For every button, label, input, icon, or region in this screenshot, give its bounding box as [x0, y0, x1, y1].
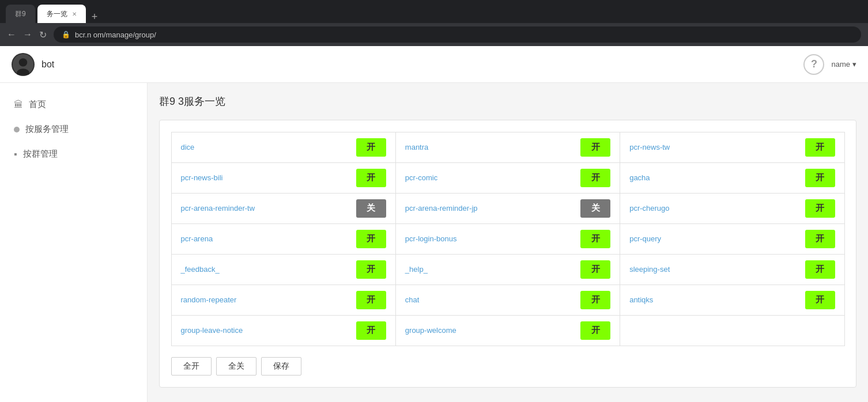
service-table: dice开mantra开pcr-news-tw开pcr-news-bili开pc… — [159, 120, 856, 388]
page-title: 群9 3服务一览 — [159, 94, 856, 108]
service-name: pcr-cherugo — [629, 204, 669, 213]
sidebar-item-home[interactable]: 🏛 首页 — [0, 92, 147, 117]
header-right: ? name ▾ — [803, 54, 856, 75]
service-name: pcr-arena-reminder-tw — [181, 204, 255, 213]
toggle-button-pcr-news-tw[interactable]: 开 — [805, 138, 835, 157]
service-cell: pcr-comic开 — [395, 162, 620, 194]
toggle-button-pcr-cherugo[interactable]: 开 — [805, 199, 835, 218]
toggle-button-group-leave-notice[interactable]: 开 — [356, 321, 386, 340]
toggle-button-mantra[interactable]: 开 — [580, 138, 610, 157]
toggle-button-pcr-query[interactable]: 开 — [805, 230, 835, 248]
avatar-image — [13, 54, 33, 75]
all-off-button[interactable]: 全关 — [216, 357, 256, 376]
lock-icon: 🔒 — [62, 31, 70, 39]
service-name: group-leave-notice — [181, 326, 243, 335]
toggle-button-pcr-comic[interactable]: 开 — [580, 169, 610, 187]
user-menu-button[interactable]: name ▾ — [831, 60, 856, 69]
new-tab-button[interactable]: + — [88, 11, 101, 23]
toggle-button-pcr-login-bonus[interactable]: 开 — [580, 230, 610, 248]
service-cell: _help_开 — [395, 254, 620, 285]
browser-chrome: 群9 务一览 ✕ + — [0, 0, 868, 23]
service-name: _feedback_ — [181, 265, 220, 274]
tab-inactive[interactable]: 群9 — [6, 5, 35, 23]
svg-point-1 — [19, 58, 27, 66]
address-bar[interactable]: 🔒 bcr.n om/manage/group/ — [54, 26, 861, 43]
service-cell: pcr-arena开 — [171, 223, 396, 255]
service-cell: pcr-cherugo开 — [620, 193, 844, 224]
toggle-button-pcr-arena-reminder-jp[interactable]: 关 — [580, 199, 610, 218]
sidebar-label-home: 首页 — [29, 99, 46, 110]
service-name: pcr-arena — [181, 234, 213, 243]
all-on-button[interactable]: 全开 — [171, 357, 212, 376]
tab-close-icon[interactable]: ✕ — [72, 11, 77, 17]
service-cell: mantra开 — [395, 132, 620, 163]
app-container: bot ? name ▾ 🏛 首页 按服务管理 ▪ 按群管理 — [0, 46, 868, 402]
service-cell: pcr-arena-reminder-tw关 — [171, 193, 396, 224]
service-name: pcr-news-bili — [181, 173, 223, 182]
service-name: pcr-arena-reminder-jp — [405, 204, 478, 213]
sidebar-label-group: 按群管理 — [23, 149, 58, 160]
service-cell: _feedback_开 — [171, 254, 396, 285]
service-name: chat — [405, 295, 420, 304]
service-name: group-welcome — [405, 326, 456, 335]
service-cell: chat开 — [395, 285, 620, 316]
toggle-button-pcr-arena-reminder-tw[interactable]: 关 — [356, 199, 386, 218]
sidebar-item-service[interactable]: 按服务管理 — [0, 117, 147, 142]
user-name-label: name — [831, 60, 850, 69]
service-cell: dice开 — [171, 132, 396, 163]
bot-name: bot — [41, 59, 54, 70]
toggle-button-dice[interactable]: 开 — [356, 138, 386, 157]
service-cell: antiqks开 — [620, 285, 844, 316]
toggle-button-chat[interactable]: 开 — [580, 291, 610, 309]
app-header: bot ? name ▾ — [0, 46, 868, 83]
toggle-button-antiqks[interactable]: 开 — [805, 291, 835, 309]
reload-button[interactable]: ↻ — [39, 29, 47, 40]
service-cell: group-leave-notice开 — [171, 315, 396, 346]
toggle-button-gacha[interactable]: 开 — [805, 169, 835, 187]
service-name: dice — [181, 143, 195, 151]
service-cell: pcr-arena-reminder-jp关 — [395, 193, 620, 224]
forward-button[interactable]: → — [23, 29, 32, 40]
browser-bar: ← → ↻ 🔒 bcr.n om/manage/group/ — [0, 23, 868, 46]
service-name: random-repeater — [181, 295, 237, 304]
tab-inactive-label: 群9 — [15, 9, 26, 19]
service-name: sleeping-set — [629, 265, 670, 274]
bottom-actions: 全开 全关 保存 — [171, 357, 844, 376]
back-button[interactable]: ← — [7, 29, 16, 40]
browser-tabs: 群9 务一览 ✕ + — [6, 0, 101, 23]
service-cell: gacha开 — [620, 162, 844, 194]
service-name: pcr-comic — [405, 173, 437, 182]
toggle-button-pcr-arena[interactable]: 开 — [356, 230, 386, 248]
service-name: pcr-login-bonus — [405, 234, 457, 243]
service-cell: pcr-query开 — [620, 223, 844, 255]
service-name: pcr-query — [629, 234, 661, 243]
service-name: gacha — [629, 173, 650, 182]
service-cell — [620, 315, 844, 346]
sidebar: 🏛 首页 按服务管理 ▪ 按群管理 — [0, 83, 148, 402]
service-name: pcr-news-tw — [629, 143, 670, 151]
help-button[interactable]: ? — [803, 54, 824, 75]
sidebar-item-group[interactable]: ▪ 按群管理 — [0, 142, 147, 166]
dropdown-icon: ▾ — [852, 60, 856, 69]
toggle-button-_help_[interactable]: 开 — [580, 260, 610, 279]
service-cell: sleeping-set开 — [620, 254, 844, 285]
bank-icon: 🏛 — [14, 100, 23, 110]
service-cell: group-welcome开 — [395, 315, 620, 346]
service-grid: dice开mantra开pcr-news-tw开pcr-news-bili开pc… — [171, 132, 844, 346]
square-icon: ▪ — [14, 149, 17, 160]
service-cell: pcr-login-bonus开 — [395, 223, 620, 255]
toggle-button-_feedback_[interactable]: 开 — [356, 260, 386, 279]
toggle-button-pcr-news-bili[interactable]: 开 — [356, 169, 386, 187]
toggle-button-group-welcome[interactable]: 开 — [580, 321, 610, 340]
dot-icon — [14, 127, 20, 132]
tab-active[interactable]: 务一览 ✕ — [37, 5, 86, 23]
toggle-button-sleeping-set[interactable]: 开 — [805, 260, 835, 279]
content-area: 群9 3服务一览 dice开mantra开pcr-news-tw开pcr-new… — [148, 83, 868, 402]
service-name: mantra — [405, 143, 428, 151]
address-text: bcr.n om/manage/group/ — [75, 31, 156, 39]
toggle-button-random-repeater[interactable]: 开 — [356, 291, 386, 309]
sidebar-label-service: 按服务管理 — [25, 124, 69, 135]
help-icon: ? — [811, 58, 817, 70]
service-cell: pcr-news-tw开 — [620, 132, 844, 163]
save-button[interactable]: 保存 — [261, 357, 301, 376]
